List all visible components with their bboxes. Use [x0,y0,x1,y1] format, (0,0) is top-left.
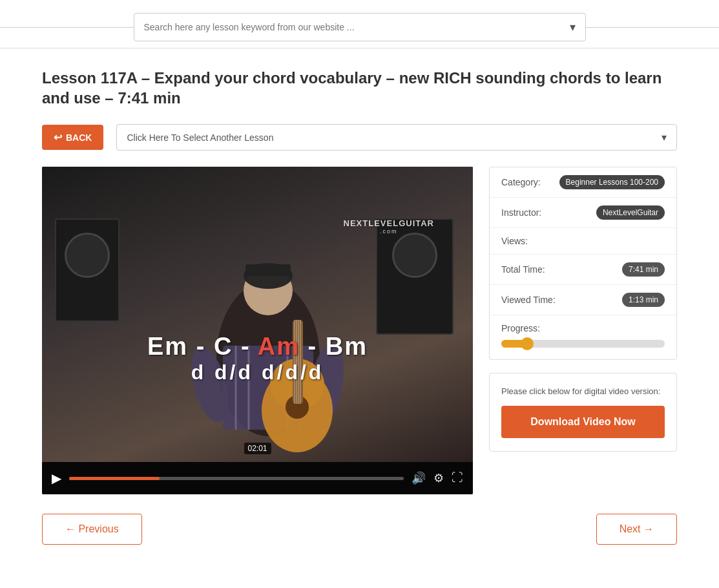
instructor-badge: NextLevelGuitar [596,205,665,220]
navigation-buttons: ← Previous Next → [42,514,677,545]
volume-icon[interactable]: 🔊 [412,471,426,485]
category-row: Category: Beginner Lessons 100-200 [490,167,676,198]
controls-row: ↩ BACK Click Here To Select Another Less… [42,124,677,151]
download-section: Please click below for digital video ver… [489,373,677,452]
views-label: Views: [501,236,528,246]
search-bar-container: ▾ [0,0,719,48]
chord-overlay: Em - C - Am - Bm d d/d d/d/d [42,333,473,384]
info-panel: Category: Beginner Lessons 100-200 Instr… [489,167,677,360]
play-button[interactable]: ▶ [52,470,61,486]
search-dropdown-icon[interactable]: ▾ [570,20,576,34]
views-row: Views: [490,228,676,255]
back-label: BACK [66,132,92,143]
fullscreen-icon[interactable]: ⛶ [452,471,463,485]
viewed-time-badge: 1:13 min [622,293,665,307]
search-wrapper: ▾ [134,13,586,41]
settings-icon[interactable]: ⚙ [433,471,444,485]
svg-rect-3 [245,264,291,276]
download-button[interactable]: Download Video Now [501,406,665,438]
progress-row: Progress: [490,315,676,359]
chord-highlight: Am [258,333,300,360]
video-container: Em - C - Am - Bm d d/d d/d/d NEXTLEVELGU… [42,167,473,494]
chord-line2: d d/d d/d/d [42,361,473,384]
watermark: NEXTLEVELGUITAR .com [344,218,434,235]
watermark-sub: .com [344,228,434,235]
chord-line1: Em - C - Am - Bm [42,333,473,361]
timestamp-badge: 02:01 [244,443,271,454]
back-arrow-icon: ↩ [54,131,62,143]
video-progress-fill [69,477,160,480]
back-button[interactable]: ↩ BACK [42,125,103,150]
chord-line1-part2: - Bm [300,333,368,360]
search-left-line [0,27,134,28]
lesson-select-arrow-icon: ▾ [662,131,667,143]
lesson-select[interactable]: Click Here To Select Another Lesson ▾ [116,124,677,151]
instructor-row: Instructor: NextLevelGuitar [490,198,676,228]
search-right-line [586,27,720,28]
total-time-badge: 7:41 min [622,262,665,277]
progress-label: Progress: [501,323,665,333]
right-panel: Category: Beginner Lessons 100-200 Instr… [489,167,677,452]
lesson-select-text: Click Here To Select Another Lesson [127,132,662,143]
video-controls: ▶ 🔊 ⚙ ⛶ [42,462,473,494]
video-info-row: Em - C - Am - Bm d d/d d/d/d NEXTLEVELGU… [42,167,677,494]
search-input[interactable] [144,22,570,32]
video-player[interactable]: Em - C - Am - Bm d d/d d/d/d NEXTLEVELGU… [42,167,473,494]
amp-left-speaker [65,233,110,278]
instructor-label: Instructor: [501,207,541,218]
category-badge: Beginner Lessons 100-200 [559,175,665,189]
video-scene: Em - C - Am - Bm d d/d d/d/d NEXTLEVELGU… [42,167,473,462]
next-button[interactable]: Next → [596,514,677,545]
progress-track[interactable] [501,340,665,348]
download-info-text: Please click below for digital video ver… [501,386,665,396]
chord-line1-part1: Em - C - [147,333,258,360]
watermark-text: NEXTLEVELGUITAR [344,218,434,228]
progress-thumb [521,337,534,350]
previous-button[interactable]: ← Previous [42,514,142,545]
total-time-row: Total Time: 7:41 min [490,255,676,285]
control-icons: 🔊 ⚙ ⛶ [412,471,463,485]
viewed-time-row: Viewed Time: 1:13 min [490,285,676,315]
category-label: Category: [501,177,541,187]
lesson-title: Lesson 117A – Expand your chord vocabula… [42,68,677,108]
total-time-label: Total Time: [501,264,545,275]
viewed-time-label: Viewed Time: [501,295,556,305]
video-progress-bar[interactable] [69,477,404,480]
main-content: Lesson 117A – Expand your chord vocabula… [0,48,719,571]
